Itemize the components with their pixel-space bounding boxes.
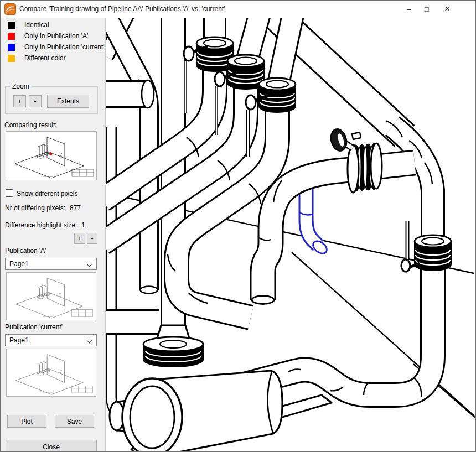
publication-current-label: Publication 'current' [5,323,63,331]
publication-current-page-value: Page1 [9,336,29,344]
legend-item-identical: Identical [8,21,49,29]
only-a-color-swatch [8,33,15,40]
publication-a-label: Publication 'A' [5,247,46,254]
pump [110,325,332,452]
only-current-color-swatch [8,44,15,51]
comparing-result-label: Comparing result: [4,121,57,129]
legend-label: Different color [24,54,65,62]
close-button[interactable]: Close [6,440,97,452]
drawing-canvas[interactable] [106,18,476,452]
identical-color-swatch [8,22,15,29]
window-title: Compare 'Training drawing of Pipeline AA… [19,5,225,13]
differing-pixels-value: 877 [70,204,81,212]
maximize-button[interactable]: □ [416,1,438,17]
zoom-in-button[interactable]: + [13,95,26,107]
title-bar: Compare 'Training drawing of Pipeline AA… [1,1,475,18]
plot-button[interactable]: Plot [7,415,46,428]
publication-current-thumbnail [6,349,96,397]
zoom-group-title: Zoom [10,82,32,90]
publication-a-page-value: Page1 [9,260,29,268]
close-window-button[interactable]: × [436,1,458,17]
highlight-size-increase-button[interactable]: + [74,233,85,244]
changed-pipe-blue [299,184,329,256]
pipeline-drawing [106,18,476,452]
show-different-pixels-label: Show different pixels [17,190,78,198]
legend-label: Only in Publication 'current' [24,43,105,51]
zoom-extents-button[interactable]: Extents [47,95,89,108]
different-color-swatch [8,55,15,62]
zoom-group: Zoom + - Extents [5,86,98,114]
differing-pixels-label: Nr of differing pixels: [5,204,65,212]
comparing-result-thumbnail [6,131,97,180]
difference-marker [50,153,53,155]
chevron-down-icon [87,262,92,267]
highlight-size-label: Difference highlight size: [5,221,77,229]
publication-a-thumbnail [6,272,96,320]
app-logo-icon [4,3,16,15]
legend-item-only-a: Only in Publication 'A' [8,32,88,40]
show-different-pixels-checkbox[interactable] [6,189,13,197]
highlight-size-decrease-button[interactable]: - [87,233,97,244]
publication-a-page-select[interactable]: Page1 [5,258,97,270]
legend-item-different-color: Different color [8,54,65,62]
legend-label: Only in Publication 'A' [24,32,88,40]
legend-item-only-current: Only in Publication 'current' [8,43,105,51]
publication-current-page-select[interactable]: Page1 [5,334,97,346]
zoom-out-button[interactable]: - [29,95,42,107]
inline-flange-stack [348,143,382,193]
save-button[interactable]: Save [55,415,94,428]
compare-window: Compare 'Training drawing of Pipeline AA… [0,0,476,452]
right-flange-stack [415,235,451,271]
chevron-down-icon [87,338,92,344]
highlight-size-value: 1 [81,221,85,229]
sidebar: Identical Only in Publication 'A' Only i… [1,18,106,452]
legend-label: Identical [24,21,49,29]
